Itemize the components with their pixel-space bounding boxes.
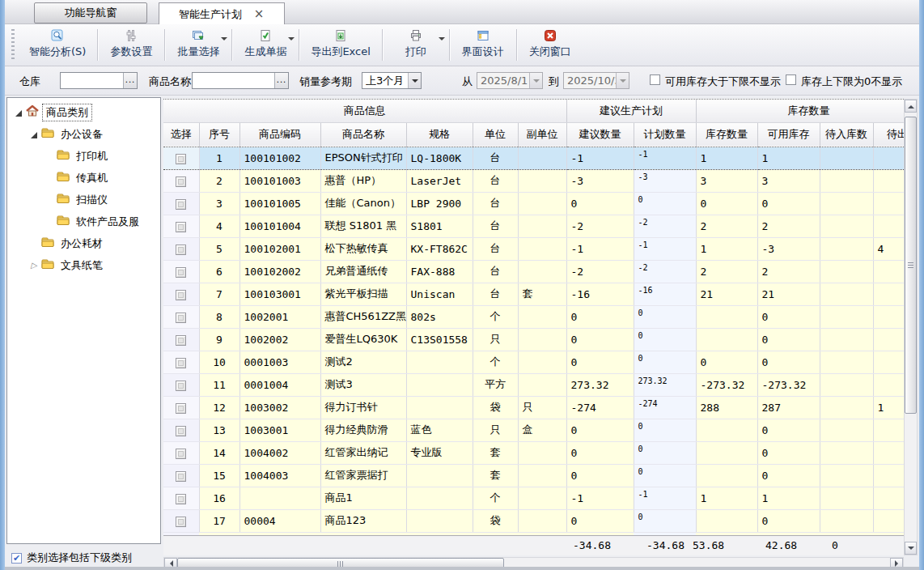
row-checkbox[interactable] (176, 403, 186, 414)
tree-item[interactable]: 扫描仪 (7, 189, 160, 211)
tree-item[interactable]: 软件产品及服 (7, 211, 160, 232)
table-cell[interactable]: -16 (634, 283, 696, 305)
product-name-input[interactable]: ... (192, 72, 289, 89)
include-subcategory-checkbox[interactable]: ✔ (11, 553, 22, 564)
row-checkbox[interactable] (176, 494, 186, 504)
column-header[interactable]: 计划数量 (634, 122, 696, 147)
table-row[interactable]: 3100101005佳能（Canon）LBP 2900台0000 (163, 192, 904, 215)
row-checkbox[interactable] (176, 222, 186, 232)
tab-smart-production-plan[interactable]: 智能生产计划 × (159, 2, 285, 25)
column-header[interactable]: 选择 (163, 122, 199, 147)
tree-collapse-icon[interactable] (29, 130, 39, 139)
table-cell[interactable]: 0 (634, 192, 696, 215)
row-checkbox[interactable] (176, 358, 186, 368)
table-cell[interactable]: 0 (634, 509, 696, 532)
row-checkbox[interactable] (176, 154, 186, 164)
row-checkbox[interactable] (176, 517, 186, 527)
table-row[interactable]: 16商品1个-1-111 (163, 487, 904, 509)
table-row[interactable]: 7100103001紫光平板扫描Uniscan台套-16-162121 (163, 283, 904, 305)
batch-select-button[interactable]: 批量选择 (167, 24, 230, 66)
warehouse-input[interactable]: ... (60, 72, 138, 89)
table-cell[interactable]: 0 (634, 464, 696, 487)
column-header[interactable]: 待出 (873, 122, 904, 147)
tree-item[interactable]: 商品类别 (7, 101, 160, 123)
row-checkbox[interactable] (176, 177, 186, 187)
export-excel-button[interactable]: 导出到Excel (301, 24, 379, 66)
column-header[interactable]: 库存数量 (696, 122, 757, 147)
column-header[interactable]: 规格 (406, 122, 473, 147)
print-button[interactable]: 打印 (384, 24, 447, 66)
table-cell[interactable]: -1 (634, 237, 696, 260)
table-row[interactable]: 1700004商品123袋000 (163, 509, 904, 532)
ui-design-button[interactable]: 界面设计 (451, 24, 515, 66)
product-picker-button[interactable]: ... (274, 73, 288, 88)
tree-item[interactable]: 打印机 (7, 145, 160, 167)
scroll-down-icon[interactable] (905, 542, 917, 555)
table-row[interactable]: 141004002红管家出纳记专业版套000 (163, 441, 904, 464)
toolbar-drag-handle-icon[interactable] (11, 29, 15, 61)
table-row[interactable]: 100001003测试2个0000 (163, 351, 904, 373)
tab-close-icon[interactable]: × (253, 8, 265, 20)
tree-item[interactable]: 办公耗材 (7, 232, 160, 254)
column-header[interactable]: 商品名称 (320, 122, 406, 147)
table-cell[interactable]: -1 (634, 487, 696, 509)
warehouse-picker-button[interactable]: ... (123, 73, 137, 88)
vertical-scrollbar-thumb[interactable] (905, 117, 917, 414)
table-row[interactable]: 81002001惠普CH561ZZ黑802s个000 (163, 305, 904, 328)
table-cell[interactable]: -3 (634, 169, 696, 192)
chevron-down-icon[interactable] (408, 73, 421, 88)
vertical-scrollbar[interactable] (904, 99, 918, 555)
chevron-down-icon[interactable] (288, 37, 295, 44)
tree-item[interactable]: 办公设备 (7, 123, 160, 145)
period-select[interactable]: 上3个月 (362, 72, 422, 89)
table-cell[interactable]: 0 (634, 419, 696, 441)
close-window-button[interactable]: 关闭窗口 (519, 24, 582, 66)
row-checkbox[interactable] (176, 471, 186, 482)
tree-collapse-icon[interactable] (14, 108, 23, 117)
row-checkbox[interactable] (176, 449, 186, 459)
generate-doc-button[interactable]: 生成单据 (234, 24, 297, 66)
column-header[interactable]: 序号 (199, 122, 239, 147)
tree-item[interactable]: ▷文具纸笔 (7, 254, 160, 276)
column-header[interactable]: 副单位 (518, 122, 566, 147)
row-checkbox[interactable] (176, 313, 186, 323)
table-cell[interactable]: -2 (634, 215, 696, 237)
table-cell[interactable]: -1 (634, 147, 696, 169)
hide-above-min-checkbox[interactable] (650, 74, 660, 85)
row-checkbox[interactable] (176, 267, 186, 278)
row-checkbox[interactable] (176, 381, 186, 391)
table-row[interactable]: 6100102002兄弟普通纸传FAX-888台-2-222 (163, 260, 904, 283)
table-row[interactable]: 110001004测试3平方273.32273.32-273.32-273.32 (163, 373, 904, 396)
row-checkbox[interactable] (176, 245, 186, 255)
table-cell[interactable]: -2 (634, 260, 696, 283)
row-checkbox[interactable] (176, 426, 186, 436)
table-row[interactable]: 151004003红管家票据打套000 (163, 464, 904, 487)
tab-function-nav[interactable]: 功能导航窗 (34, 2, 147, 23)
table-row[interactable]: 91002002爱普生LQ630KC13S01558只000 (163, 328, 904, 351)
table-cell[interactable]: 0 (634, 305, 696, 328)
column-header[interactable]: 待入库数 (820, 122, 873, 147)
param-settings-button[interactable]: 参数设置 (100, 24, 163, 66)
table-row[interactable]: 2100101003惠普（HP）LaserJet台-3-333 (163, 169, 904, 192)
table-cell[interactable]: 0 (634, 328, 696, 351)
table-row[interactable]: 131003001得力经典防滑蓝色只盒000 (163, 419, 904, 441)
to-date-select[interactable]: 2025/10/31 (563, 72, 629, 89)
column-header[interactable]: 可用库存 (757, 122, 820, 147)
row-checkbox[interactable] (176, 335, 186, 346)
table-cell[interactable]: 0 (634, 351, 696, 373)
tree-item[interactable]: 传真机 (7, 167, 160, 189)
scroll-up-icon[interactable] (905, 100, 917, 113)
chevron-down-icon[interactable] (529, 73, 542, 88)
row-checkbox[interactable] (176, 199, 186, 210)
table-cell[interactable]: 0 (634, 441, 696, 464)
column-header[interactable]: 商品编码 (239, 122, 320, 147)
chevron-down-icon[interactable] (439, 37, 445, 44)
from-date-select[interactable]: 2025/8/1 (477, 72, 543, 89)
column-header[interactable]: 单位 (473, 122, 518, 147)
row-checkbox[interactable] (176, 290, 186, 300)
table-cell[interactable]: 273.32 (634, 373, 696, 396)
chevron-down-icon[interactable] (221, 37, 227, 44)
smart-analysis-button[interactable]: 智能分析(S) (19, 24, 95, 66)
tree-expand-icon[interactable]: ▷ (29, 261, 39, 270)
table-row[interactable]: 4100101004联想 S1801 黑S1801台-2-222 (163, 215, 904, 237)
